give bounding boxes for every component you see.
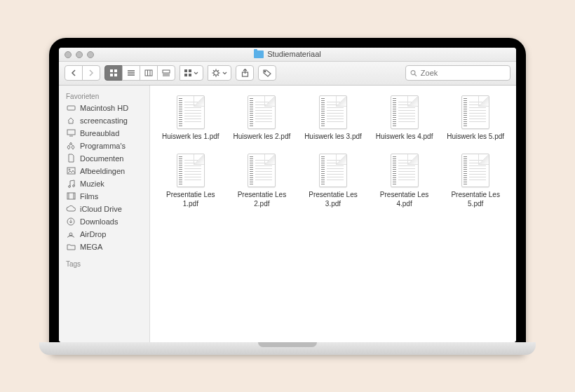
sidebar-item-documenten[interactable]: Documenten: [59, 152, 149, 165]
file-item[interactable]: Huiswerk les 3.pdf: [299, 95, 367, 142]
view-buttons: [104, 65, 175, 81]
zoom-window-button[interactable]: [87, 51, 94, 58]
icon-view-button[interactable]: [104, 65, 123, 81]
sidebar-item-icloud[interactable]: iCloud Drive: [59, 203, 149, 215]
file-name: Huiswerk les 3.pdf: [304, 133, 362, 142]
svg-point-34: [69, 169, 70, 170]
pdf-icon: [391, 154, 419, 187]
pdf-icon: [177, 154, 205, 187]
file-item[interactable]: Huiswerk les 5.pdf: [442, 95, 509, 142]
nav-buttons: [65, 65, 100, 81]
sidebar-item-programmas[interactable]: Programma's: [59, 140, 149, 152]
sidebar-heading-tags: Tags: [59, 257, 149, 269]
sidebar-item-label: screencasting: [80, 116, 128, 125]
file-item[interactable]: Huiswerk les 4.pdf: [371, 95, 438, 142]
svg-rect-1: [114, 69, 117, 72]
sidebar-item-mega[interactable]: MEGA: [59, 241, 149, 253]
downloads-icon: [66, 217, 76, 227]
forward-button[interactable]: [82, 65, 100, 81]
svg-rect-15: [184, 74, 187, 76]
sidebar-item-bureaublad[interactable]: Bureaublad: [59, 127, 149, 140]
svg-rect-31: [67, 130, 75, 135]
sidebar-item-macintosh-hd[interactable]: Macintosh HD: [59, 102, 149, 114]
sidebar-item-films[interactable]: Films: [59, 190, 149, 203]
file-item[interactable]: Presentatie Les 5.pdf: [442, 154, 509, 208]
sidebar-item-label: Documenten: [80, 154, 123, 163]
file-item[interactable]: Presentatie Les 4.pdf: [371, 154, 438, 208]
file-name: Huiswerk les 2.pdf: [234, 133, 291, 142]
laptop-frame: Studiemateriaal: [49, 38, 526, 355]
svg-point-27: [264, 71, 266, 72]
sidebar-item-muziek[interactable]: Muziek: [59, 177, 149, 190]
music-icon: [66, 179, 76, 189]
file-item[interactable]: Presentatie Les 2.pdf: [229, 154, 296, 208]
pdf-icon: [248, 95, 276, 129]
svg-line-25: [218, 70, 219, 71]
svg-point-35: [68, 185, 70, 187]
svg-rect-10: [163, 70, 170, 73]
svg-rect-2: [110, 74, 113, 76]
folder-icon: [254, 50, 264, 58]
svg-rect-16: [189, 74, 191, 76]
svg-point-36: [72, 184, 74, 187]
content-area: Huiswerk les 1.pdfHuiswerk les 2.pdfHuis…: [150, 86, 516, 342]
docs-icon: [66, 154, 76, 163]
file-name: Huiswerk les 4.pdf: [376, 133, 433, 142]
svg-rect-3: [114, 74, 117, 76]
search-icon: [410, 69, 417, 77]
svg-point-28: [411, 70, 415, 74]
file-name: Presentatie Les 5.pdf: [444, 191, 507, 208]
sidebar-item-label: Downloads: [80, 217, 118, 226]
file-item[interactable]: Huiswerk les 1.pdf: [157, 95, 224, 142]
file-item[interactable]: Presentatie Les 1.pdf: [157, 154, 224, 208]
pdf-icon: [177, 95, 205, 129]
back-button[interactable]: [65, 65, 83, 81]
sidebar-item-downloads[interactable]: Downloads: [59, 215, 149, 228]
pdf-icon: [461, 154, 489, 187]
svg-rect-13: [184, 69, 187, 72]
file-name: Huiswerk les 1.pdf: [162, 133, 219, 142]
cloud-icon: [66, 204, 76, 214]
svg-line-29: [414, 74, 416, 76]
file-item[interactable]: Presentatie Les 3.pdf: [299, 154, 367, 208]
file-name: Presentatie Les 1.pdf: [159, 191, 222, 208]
folder-icon: [66, 242, 76, 252]
close-window-button[interactable]: [65, 51, 72, 58]
tags-button[interactable]: [258, 65, 276, 81]
sidebar-item-label: Macintosh HD: [80, 104, 128, 112]
coverflow-view-button[interactable]: [157, 65, 175, 81]
search-field[interactable]: [405, 65, 510, 81]
file-name: Presentatie Les 4.pdf: [373, 191, 436, 208]
screen: Studiemateriaal: [59, 48, 516, 342]
sidebar-item-screencasting[interactable]: screencasting: [59, 114, 149, 127]
svg-line-23: [218, 75, 219, 76]
toolbar: [59, 62, 516, 86]
sidebar-heading-favorites: Favorieten: [59, 90, 149, 102]
action-button[interactable]: [208, 65, 231, 81]
svg-rect-0: [110, 69, 113, 72]
search-input[interactable]: [421, 69, 506, 77]
minimize-window-button[interactable]: [76, 51, 83, 58]
airdrop-icon: [66, 229, 76, 239]
share-button[interactable]: [236, 65, 254, 81]
sidebar-item-label: Bureaublad: [80, 129, 119, 137]
column-view-button[interactable]: [140, 65, 158, 81]
traffic-lights: [65, 51, 94, 58]
sidebar-item-label: AirDrop: [80, 230, 106, 238]
sidebar-item-label: Films: [80, 192, 98, 201]
list-view-button[interactable]: [122, 65, 140, 81]
svg-line-24: [213, 75, 214, 76]
sidebar-item-label: Afbeeldingen: [80, 167, 125, 175]
file-name: Presentatie Les 2.pdf: [230, 191, 293, 208]
file-grid: Huiswerk les 1.pdfHuiswerk les 2.pdfHuis…: [157, 95, 509, 209]
sidebar-item-afbeeldingen[interactable]: Afbeeldingen: [59, 165, 149, 177]
titlebar: Studiemateriaal: [59, 48, 516, 62]
arrange-group: [180, 65, 203, 81]
sidebar-item-airdrop[interactable]: AirDrop: [59, 228, 149, 241]
action-group: [208, 65, 231, 81]
sidebar-item-label: iCloud Drive: [80, 205, 122, 213]
sidebar-item-label: Programma's: [80, 142, 126, 150]
window-title-text: Studiemateriaal: [267, 50, 320, 58]
file-item[interactable]: Huiswerk les 2.pdf: [229, 95, 296, 142]
arrange-button[interactable]: [180, 65, 203, 81]
